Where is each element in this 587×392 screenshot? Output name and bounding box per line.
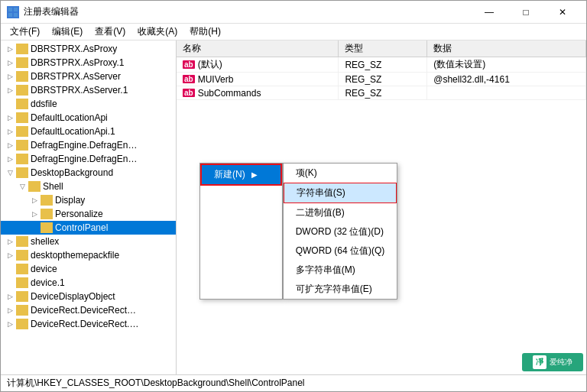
tree-item-personalize[interactable]: ▷ Personalize — [1, 207, 176, 221]
menu-view[interactable]: 查看(V) — [89, 24, 131, 40]
tree-item-label: DefragEngine.DefragEn… — [31, 154, 137, 164]
folder-icon — [16, 44, 28, 54]
tree-item-label: Personalize — [55, 209, 103, 219]
expander-icon: ▷ — [4, 153, 16, 165]
tree-item-devicerect1[interactable]: ▷ DeviceRect.DeviceRect… — [1, 303, 176, 317]
expander-icon — [4, 98, 16, 110]
menu-favorites[interactable]: 收藏夹(A) — [131, 24, 183, 40]
menu-edit[interactable]: 编辑(E) — [46, 24, 89, 40]
folder-icon — [41, 195, 53, 206]
tree-panel[interactable]: ▷ DBRSTPRX.AsProxy ▷ DBRSTPRX.AsProxy.1 … — [1, 40, 177, 374]
submenu-item-multistring[interactable]: 多字符串值(M) — [284, 261, 397, 280]
submenu-item-label: 可扩充字符串值(E) — [296, 283, 372, 294]
tree-item-label: DesktopBackground — [31, 167, 113, 178]
reg-type: REG_SZ — [339, 86, 427, 100]
reg-data: @shell32.dll,-4161 — [427, 73, 586, 86]
tree-item-defaultlocationapi1[interactable]: ▷ DefaultLocationApi.1 — [1, 125, 176, 138]
tree-item-defaultlocationapi[interactable]: ▷ DefaultLocationApi — [1, 111, 176, 125]
tree-item-label: DBRSTPRX.AsProxy — [31, 44, 117, 54]
col-data: 数据 — [427, 40, 586, 57]
reg-type: REG_SZ — [339, 57, 427, 73]
ab-icon: ab — [183, 75, 195, 83]
tree-item-label: DeviceRect.DeviceRect.… — [31, 319, 138, 329]
tree-item-label: DeviceRect.DeviceRect… — [31, 305, 136, 316]
reg-type: REG_SZ — [339, 73, 427, 86]
expander-icon: ▽ — [4, 167, 16, 179]
maximize-button[interactable]: □ — [508, 1, 543, 24]
svg-rect-0 — [8, 8, 12, 11]
status-text: 计算机\HKEY_CLASSES_ROOT\DesktopBackground\… — [7, 377, 305, 390]
folder-icon — [16, 85, 28, 96]
reg-name-label: MUIVerb — [198, 74, 234, 85]
title-bar: 注册表编辑器 — □ ✕ — [1, 1, 586, 24]
tree-item-dbrstprx-asproxy1[interactable]: ▷ DBRSTPRX.AsProxy.1 — [1, 56, 176, 70]
table-row[interactable]: ab MUIVerb REG_SZ @shell32.dll,-4161 — [177, 73, 586, 86]
tree-item-desktopbackground[interactable]: ▽ DesktopBackground — [1, 166, 176, 180]
expander-icon: ▷ — [4, 249, 16, 261]
minimize-button[interactable]: — — [472, 1, 507, 24]
submenu-item-binary[interactable]: 二进制值(B) — [284, 203, 397, 222]
close-button[interactable]: ✕ — [545, 1, 580, 24]
expander-icon: ▷ — [4, 125, 16, 138]
col-name: 名称 — [177, 40, 339, 57]
tree-item-display[interactable]: ▷ Display — [1, 193, 176, 207]
menu-file[interactable]: 文件(F) — [4, 24, 46, 40]
watermark-logo: 凈 — [533, 355, 546, 369]
tree-item-defragengine2[interactable]: ▷ DefragEngine.DefragEn… — [1, 152, 176, 166]
table-row[interactable]: ab (默认) REG_SZ (数值未设置) — [177, 57, 586, 73]
folder-icon — [16, 140, 28, 151]
reg-name: ab SubCommands — [177, 86, 339, 100]
folder-icon — [16, 319, 28, 329]
tree-item-desktopthemepackfile[interactable]: ▷ desktopthemepackfile — [1, 248, 176, 262]
submenu-item-dword[interactable]: DWORD (32 位值)(D) — [284, 222, 397, 241]
tree-item-defragengine1[interactable]: ▷ DefragEngine.DefragEn… — [1, 138, 176, 152]
tree-item-label: DefaultLocationApi — [31, 112, 108, 123]
watermark: 凈 爱纯净 — [522, 353, 583, 371]
submenu: 项(K) 字符串值(S) 二进制值(B) DWORD (32 位值)(D) QW… — [283, 163, 398, 300]
folder-icon — [16, 305, 28, 316]
expander-icon: ▷ — [28, 194, 41, 206]
tree-item-shellex[interactable]: ▷ shellex — [1, 235, 176, 248]
svg-rect-2 — [8, 13, 12, 17]
reg-name: ab MUIVerb — [177, 73, 339, 86]
tree-item-dbrstprx-asserver[interactable]: ▷ DBRSTPRX.AsServer — [1, 70, 176, 83]
tree-item-dbrstprx-asproxy[interactable]: ▷ DBRSTPRX.AsProxy — [1, 42, 176, 56]
svg-rect-3 — [14, 13, 18, 17]
expander-icon: ▷ — [4, 43, 16, 55]
folder-icon — [16, 71, 28, 82]
tree-item-controlpanel[interactable]: ControlPanel — [1, 221, 176, 235]
tree-item-ddsfile[interactable]: ddsfile — [1, 97, 176, 111]
submenu-item-label: 多字符串值(M) — [296, 264, 355, 275]
menu-help[interactable]: 帮助(H) — [183, 24, 227, 40]
ab-icon: ab — [183, 89, 195, 97]
tree-item-devicedisplayobject[interactable]: ▷ DeviceDisplayObject — [1, 290, 176, 303]
submenu-item-string[interactable]: 字符串值(S) — [284, 183, 397, 203]
status-bar: 计算机\HKEY_CLASSES_ROOT\DesktopBackground\… — [1, 374, 586, 391]
submenu-item-expandstring[interactable]: 可扩充字符串值(E) — [284, 280, 397, 299]
submenu-item-qword[interactable]: QWORD (64 位值)(Q) — [284, 241, 397, 261]
svg-rect-1 — [14, 8, 18, 11]
context-menu-main: 新建(N) ▶ — [199, 163, 283, 300]
expander-icon: ▷ — [4, 139, 16, 151]
folder-icon — [16, 291, 28, 302]
tree-item-dbrstprx-asserver1[interactable]: ▷ DBRSTPRX.AsServer.1 — [1, 83, 176, 97]
tree-item-devicerect2[interactable]: ▷ DeviceRect.DeviceRect.… — [1, 317, 176, 331]
tree-item-label: device — [31, 264, 57, 274]
submenu-item-key[interactable]: 项(K) — [284, 164, 397, 183]
tree-item-shell[interactable]: ▽ Shell — [1, 180, 176, 193]
folder-icon — [16, 99, 28, 109]
expander-icon — [28, 222, 41, 234]
submenu-item-label: 项(K) — [296, 167, 317, 178]
watermark-text: 爱纯净 — [550, 357, 572, 368]
folder-icon — [28, 181, 41, 192]
tree-item-device[interactable]: device — [1, 262, 176, 276]
tree-item-device1[interactable]: device.1 — [1, 276, 176, 290]
folder-icon — [16, 264, 28, 274]
table-row[interactable]: ab SubCommands REG_SZ — [177, 86, 586, 100]
tree-item-label: Display — [55, 195, 85, 206]
tree-item-label: device.1 — [31, 277, 65, 288]
context-menu-new[interactable]: 新建(N) ▶ — [200, 164, 282, 186]
folder-icon — [16, 126, 28, 137]
reg-data — [427, 86, 586, 100]
tree-item-label: DBRSTPRX.AsServer.1 — [31, 85, 128, 96]
